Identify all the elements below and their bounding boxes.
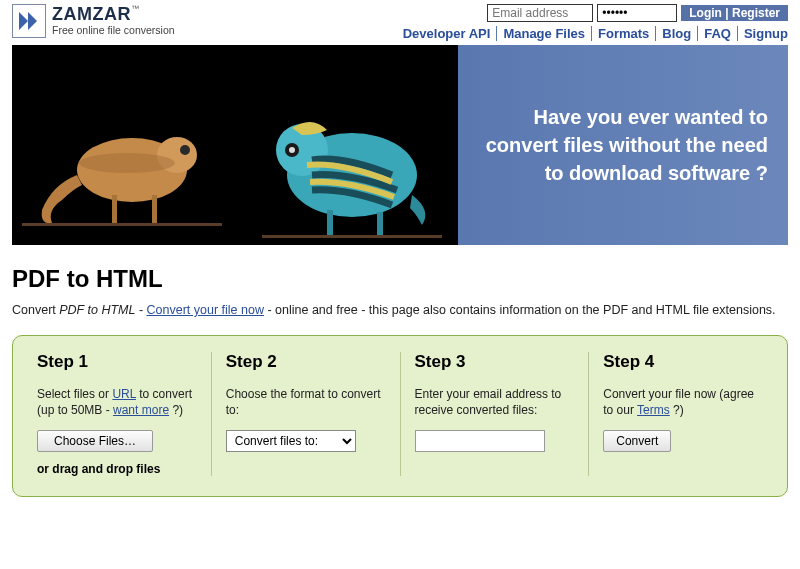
convert-now-link[interactable]: Convert your file now xyxy=(147,303,264,317)
step3-text: Enter your email address to receive conv… xyxy=(415,386,575,418)
brand-tagline: Free online file conversion xyxy=(52,25,175,37)
svg-point-9 xyxy=(79,153,175,173)
want-more-link[interactable]: want more xyxy=(113,403,169,417)
login-register-button[interactable]: Login | Register xyxy=(681,5,788,21)
page-title: PDF to HTML xyxy=(12,265,788,293)
step4-text: Convert your file now (agree to our Term… xyxy=(603,386,763,418)
svg-rect-7 xyxy=(152,195,157,225)
hero-banner: Have you ever wanted to convert files wi… xyxy=(12,45,788,245)
step3-title: Step 3 xyxy=(415,352,575,372)
svg-rect-15 xyxy=(377,212,383,238)
hero-image-area xyxy=(12,45,458,245)
svg-rect-6 xyxy=(112,195,117,225)
brand-name: ZAMZAR™ xyxy=(52,5,175,25)
step-4: Step 4 Convert your file now (agree to o… xyxy=(589,352,777,476)
nav-developer-api[interactable]: Developer API xyxy=(397,26,498,41)
logo-area[interactable]: ZAMZAR™ Free online file conversion xyxy=(12,4,175,38)
step1-text: Select files or URL to convert (up to 50… xyxy=(37,386,197,418)
password-field[interactable] xyxy=(597,4,677,22)
svg-point-5 xyxy=(180,145,190,155)
step2-text: Choose the format to convert to: xyxy=(226,386,386,418)
format-select[interactable]: Convert files to: xyxy=(226,430,356,452)
convert-button[interactable]: Convert xyxy=(603,430,671,452)
step-1: Step 1 Select files or URL to convert (u… xyxy=(23,352,212,476)
top-nav: Developer APIManage FilesFormatsBlogFAQS… xyxy=(397,26,788,41)
step4-title: Step 4 xyxy=(603,352,763,372)
hero-headline: Have you ever wanted to convert files wi… xyxy=(478,103,768,187)
nav-formats[interactable]: Formats xyxy=(592,26,656,41)
url-link[interactable]: URL xyxy=(112,387,136,401)
svg-rect-8 xyxy=(22,223,222,226)
page-subtext: Convert PDF to HTML - Convert your file … xyxy=(12,303,788,317)
nav-blog[interactable]: Blog xyxy=(656,26,698,41)
nav-manage-files[interactable]: Manage Files xyxy=(497,26,592,41)
chameleon-left-icon xyxy=(22,115,222,245)
terms-link[interactable]: Terms xyxy=(637,403,670,417)
nav-faq[interactable]: FAQ xyxy=(698,26,738,41)
steps-panel: Step 1 Select files or URL to convert (u… xyxy=(12,335,788,497)
chameleon-right-icon xyxy=(232,100,452,245)
drag-drop-text: or drag and drop files xyxy=(37,462,197,476)
choose-files-button[interactable]: Choose Files… xyxy=(37,430,153,452)
logo-icon xyxy=(12,4,46,38)
svg-point-13 xyxy=(289,147,295,153)
svg-rect-16 xyxy=(262,235,442,238)
email-field[interactable] xyxy=(487,4,593,22)
convert-email-field[interactable] xyxy=(415,430,545,452)
step-2: Step 2 Choose the format to convert to: … xyxy=(212,352,401,476)
svg-rect-14 xyxy=(327,210,333,238)
step1-title: Step 1 xyxy=(37,352,197,372)
nav-signup[interactable]: Signup xyxy=(738,26,788,41)
step2-title: Step 2 xyxy=(226,352,386,372)
step-3: Step 3 Enter your email address to recei… xyxy=(401,352,590,476)
